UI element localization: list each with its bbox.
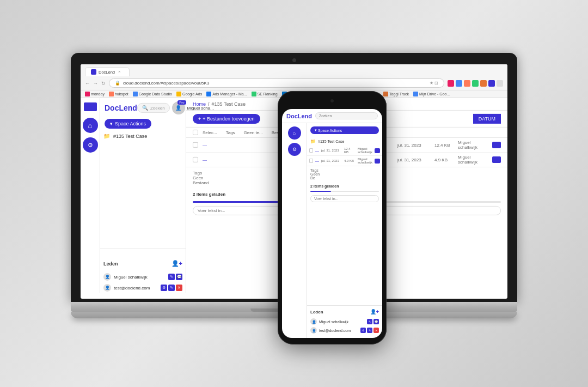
row-checkbox[interactable] xyxy=(193,142,198,148)
phone-header: DocLend xyxy=(282,109,382,123)
bookmark-se-ranking[interactable]: SE Ranking xyxy=(252,92,278,96)
datum-button[interactable]: DATUM xyxy=(473,114,501,124)
ext-icon-3 xyxy=(464,80,470,86)
bookmark-google-data-studio[interactable]: Google Data Studio xyxy=(133,92,172,96)
phone-delete-member-button[interactable]: ✕ xyxy=(373,328,379,333)
phone-row-checkbox[interactable] xyxy=(309,148,313,153)
home-nav-button[interactable]: ⌂ xyxy=(83,118,98,133)
ext-icon-5 xyxy=(480,80,487,86)
browser-back-button[interactable]: ← xyxy=(85,80,90,86)
message-member-button[interactable]: 💬 xyxy=(176,274,182,280)
add-files-label: + Bestanden toevoegen xyxy=(203,116,254,122)
col-tags: Tags xyxy=(226,130,235,135)
search-icon: 🔍 xyxy=(142,105,148,111)
bookmark-hubspot[interactable]: hubspot xyxy=(109,92,128,96)
avatar: 👤 xyxy=(103,284,111,292)
url-bar[interactable]: 🔒 cloud.doclend.com/#/spaces/space/vou85… xyxy=(109,78,444,88)
chat-icon[interactable] xyxy=(492,142,501,148)
bookmark-favicon xyxy=(176,92,181,96)
phone-sidebar-row: ⌂ ⚙ ▾ Space Actions 📁 xyxy=(282,123,382,338)
geen-label: Geen xyxy=(193,176,204,180)
share-member-button[interactable]: ✎ xyxy=(168,285,175,291)
phone-table-row: — jul. 31, 2023 4.9 KB Miguel schalkwijk xyxy=(307,156,382,166)
delete-member-button[interactable]: ✕ xyxy=(176,285,182,291)
avatar: 👤 xyxy=(103,273,111,281)
ext-icon-4 xyxy=(472,80,479,86)
browser-refresh-button[interactable]: ↻ xyxy=(101,80,106,86)
file-size: 12.4 KB xyxy=(434,142,454,147)
phone-progress-bar xyxy=(310,191,379,192)
bookmark-google-ads[interactable]: Google Ads xyxy=(176,92,202,96)
phone-member-name: test@doclend.com xyxy=(319,329,351,332)
sidebar-search-bar[interactable]: 🔍 Zoeken xyxy=(137,103,170,113)
tab-favicon xyxy=(91,69,96,75)
browser-forward-button[interactable]: → xyxy=(93,80,98,86)
phone-members-title: Leden xyxy=(310,310,323,315)
space-actions-label: Space Actions xyxy=(115,121,146,126)
breadcrumb-home[interactable]: Home xyxy=(193,101,206,107)
phone-avatar: 👤 xyxy=(310,327,317,334)
phone-logo: DocLend xyxy=(286,113,312,119)
phone-be-label: Be xyxy=(310,176,315,180)
tab-close-icon[interactable]: × xyxy=(118,69,124,75)
settings-member-button[interactable]: ⚙ xyxy=(161,285,167,291)
bookmark-favicon xyxy=(133,92,138,96)
phone-add-member-icon[interactable]: 👤+ xyxy=(370,309,379,315)
phone-home-nav-button[interactable]: ⌂ xyxy=(288,126,301,140)
ext-icon-1 xyxy=(448,80,454,86)
user-menu[interactable]: 👤 Pro xyxy=(172,101,185,114)
edit-member-button[interactable]: ✎ xyxy=(168,274,175,280)
space-actions-button[interactable]: ▾ Space Actions xyxy=(105,119,151,129)
member-row: 👤 test@doclend.com ⚙ ✎ ✕ xyxy=(103,282,182,293)
bookmark-ads-manager[interactable]: Ads Manager - Ma... xyxy=(206,92,247,96)
phone-edit-member-button[interactable]: ✎ xyxy=(367,319,372,324)
phone-row-checkbox[interactable] xyxy=(309,159,313,163)
phone-message-member-button[interactable]: 💬 xyxy=(373,319,379,324)
phone-share-member-button[interactable]: ✎ xyxy=(367,328,372,333)
phone-member-info: 👤 test@doclend.com xyxy=(310,327,351,334)
logo-icon xyxy=(84,102,97,111)
phone-app: DocLend ⌂ ⚙ xyxy=(282,109,382,338)
file-date: jul. 31, 2023 xyxy=(397,157,430,162)
sidebar-item-space[interactable]: 📁 #135 Test Case xyxy=(100,131,186,141)
phone-device: DocLend ⌂ ⚙ xyxy=(278,91,387,344)
row-checkbox[interactable] xyxy=(193,157,198,162)
phone-user-input[interactable] xyxy=(310,195,379,202)
bookmark-mijn-drive[interactable]: Mijn Drive - Goo... xyxy=(413,92,450,96)
bestand-label: Bestand xyxy=(193,180,209,185)
phone-chat-icon[interactable] xyxy=(375,148,380,153)
phone-sidebar-item-space[interactable]: 📁 #135 Test Case xyxy=(307,137,382,146)
bookmark-monday[interactable]: monday xyxy=(85,92,105,96)
select-all-checkbox[interactable] xyxy=(193,130,198,135)
members-section: Leden 👤+ 👤 Miguel schalkwijk ✎ xyxy=(100,260,186,293)
phone-chat-icon[interactable] xyxy=(375,159,380,164)
member-actions: ⚙ ✎ ✕ xyxy=(161,285,182,291)
breadcrumb-separator: / xyxy=(208,101,210,107)
add-files-button[interactable]: + + Bestanden toevoegen xyxy=(193,114,260,124)
ext-icon-6 xyxy=(488,80,495,86)
member-name: test@doclend.com xyxy=(114,285,150,290)
space-item-label: #135 Test Case xyxy=(113,133,147,138)
browser-tab-active[interactable]: DocLend × xyxy=(85,67,130,76)
members-header: Leden 👤+ xyxy=(103,260,182,267)
progress-bar-fill xyxy=(193,201,285,203)
phone-settings-member-button[interactable]: ⚙ xyxy=(360,328,366,333)
phone-settings-nav-button[interactable]: ⚙ xyxy=(288,143,301,156)
phone-sidebar: ⌂ ⚙ xyxy=(282,123,307,338)
phone-file-owner: Miguel schalkwijk xyxy=(358,147,372,154)
phone-geen-label: Geen xyxy=(310,172,320,176)
space-actions-wrapper: ▾ Space Actions xyxy=(100,117,186,131)
settings-nav-button[interactable]: ⚙ xyxy=(83,137,98,153)
left-nav-icons: ⌂ ⚙ xyxy=(81,98,100,293)
bookmark-toggl[interactable]: Toggl Track xyxy=(383,92,409,96)
col-select: Selec... xyxy=(203,130,217,135)
phone-file-size: 12.4 KB xyxy=(344,147,356,154)
bookmark-favicon xyxy=(413,92,418,96)
add-member-icon[interactable]: 👤+ xyxy=(171,260,182,267)
phone-file-size: 4.9 KB xyxy=(344,159,356,162)
chat-icon[interactable] xyxy=(492,156,501,163)
phone-search-input[interactable] xyxy=(315,112,378,119)
chevron-down-icon: ▾ xyxy=(110,121,113,126)
phone-space-actions-button[interactable]: ▾ Space Actions xyxy=(310,126,379,134)
phone-tag-section: Tags Geen Be xyxy=(307,166,382,182)
